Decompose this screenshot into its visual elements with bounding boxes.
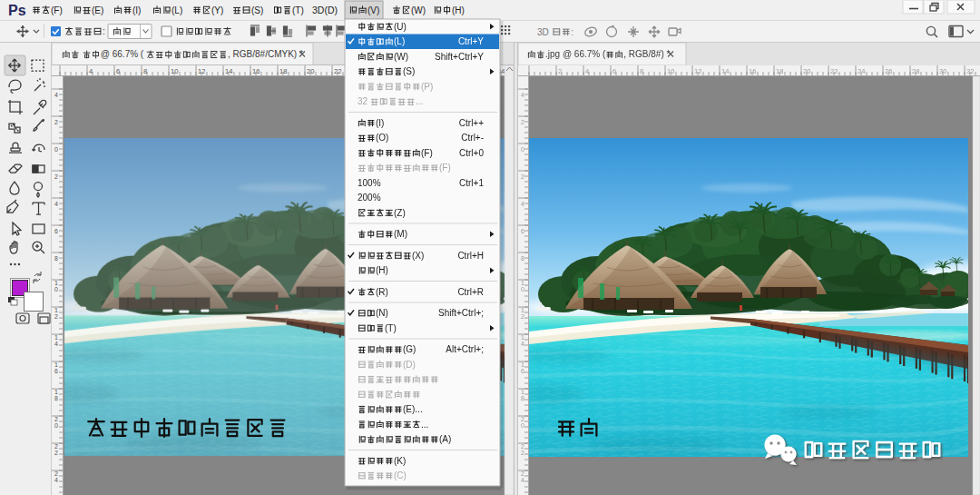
svg-text:18: 18: [776, 67, 783, 75]
svg-text:2: 2: [521, 416, 524, 422]
svg-text:(Y): (Y): [211, 5, 223, 15]
svg-text:Ctrl+H: Ctrl+H: [457, 251, 484, 261]
svg-text:6: 6: [54, 368, 58, 374]
svg-text:Ctrl+1: Ctrl+1: [459, 178, 484, 188]
svg-text:2: 2: [521, 119, 524, 125]
svg-text:(G): (G): [403, 344, 416, 354]
svg-text:2: 2: [521, 443, 524, 450]
svg-text:(W): (W): [411, 5, 426, 15]
svg-text:Ctrl+R: Ctrl+R: [457, 287, 484, 297]
svg-text:0: 0: [54, 422, 58, 429]
svg-text:4: 4: [54, 341, 58, 347]
svg-text:10: 10: [171, 67, 178, 75]
svg-text:2: 2: [558, 67, 562, 75]
svg-text:4: 4: [521, 201, 524, 207]
svg-text:26: 26: [885, 67, 892, 75]
svg-text:18: 18: [279, 67, 287, 75]
svg-text::: :: [571, 27, 573, 37]
svg-text:20: 20: [307, 67, 314, 75]
svg-text:1: 1: [54, 307, 58, 313]
svg-text:(H): (H): [376, 265, 388, 275]
svg-text:...: ...: [416, 96, 423, 106]
svg-text:Alt+Ctrl+;: Alt+Ctrl+;: [446, 344, 484, 354]
svg-text:(Z): (Z): [394, 208, 406, 218]
svg-text:(E): (E): [92, 5, 103, 15]
svg-text:8: 8: [640, 67, 643, 75]
svg-text:2: 2: [54, 173, 58, 180]
svg-text:(X): (X): [412, 251, 424, 261]
svg-text:(N): (N): [376, 308, 388, 318]
svg-text:, RGB/8#) *: , RGB/8#) *: [623, 49, 670, 59]
svg-text:0: 0: [521, 286, 524, 292]
svg-text:(C): (C): [394, 470, 407, 480]
svg-text:6: 6: [612, 67, 616, 75]
svg-text:1: 1: [521, 389, 524, 395]
svg-text:(F): (F): [421, 148, 433, 158]
svg-text:(T): (T): [292, 5, 304, 15]
svg-text:1: 1: [54, 389, 58, 395]
svg-text:4: 4: [89, 67, 93, 75]
svg-text:0: 0: [521, 422, 524, 429]
svg-text:10: 10: [667, 67, 674, 75]
svg-text:(I): (I): [132, 5, 141, 15]
svg-text:(F): (F): [51, 5, 63, 15]
svg-text:6: 6: [521, 368, 524, 374]
svg-text:12: 12: [694, 67, 701, 75]
svg-text:4: 4: [54, 92, 58, 98]
svg-text:1: 1: [54, 280, 58, 286]
svg-text:16: 16: [749, 67, 756, 75]
svg-text:(H): (H): [452, 5, 465, 15]
svg-text:14: 14: [721, 67, 729, 75]
svg-text:(S): (S): [403, 66, 415, 76]
svg-text:6: 6: [54, 228, 58, 234]
svg-text:@ 66.7% (: @ 66.7% (: [101, 49, 144, 59]
svg-text:4: 4: [585, 67, 589, 75]
svg-text:, RGB/8#/CMYK) *: , RGB/8#/CMYK) *: [228, 49, 303, 59]
svg-text:6: 6: [521, 228, 524, 234]
svg-text:(K): (K): [394, 456, 406, 466]
svg-text:4: 4: [521, 92, 524, 98]
svg-text:Ctrl+0: Ctrl+0: [459, 148, 484, 158]
svg-text:1: 1: [521, 280, 524, 286]
svg-text:8: 8: [54, 395, 58, 401]
svg-text:(S): (S): [251, 5, 263, 15]
svg-text:(E)...: (E)...: [403, 404, 423, 414]
svg-text:200%: 200%: [358, 193, 381, 203]
svg-text:(I): (I): [376, 118, 384, 128]
svg-text:2: 2: [521, 450, 524, 456]
svg-text:1: 1: [521, 361, 524, 368]
svg-text:24: 24: [858, 67, 865, 75]
svg-text:8: 8: [143, 67, 147, 75]
svg-text:(L): (L): [172, 5, 182, 15]
svg-text:(F): (F): [439, 163, 451, 173]
svg-text:.jpg @ 66.7% (: .jpg @ 66.7% (: [545, 49, 606, 59]
svg-text:22: 22: [830, 67, 838, 75]
svg-text:Ctrl++: Ctrl++: [459, 118, 484, 128]
svg-text:1: 1: [54, 334, 58, 341]
svg-text:6: 6: [116, 67, 120, 75]
svg-text:16: 16: [252, 67, 260, 75]
svg-text:Ctrl+Y: Ctrl+Y: [458, 36, 484, 46]
svg-text:4: 4: [54, 201, 58, 207]
svg-text:4: 4: [521, 341, 524, 347]
svg-text:...: ...: [421, 420, 428, 430]
svg-text:1: 1: [521, 307, 524, 313]
svg-text:2: 2: [54, 450, 58, 456]
svg-text::: :: [103, 26, 105, 36]
svg-text:8: 8: [54, 255, 58, 262]
svg-text:1: 1: [54, 361, 58, 368]
svg-text:Ps: Ps: [8, 3, 26, 18]
svg-text:(L): (L): [394, 36, 405, 46]
svg-text:(W): (W): [394, 52, 408, 62]
svg-text:28: 28: [912, 67, 919, 75]
svg-text:30: 30: [939, 67, 946, 75]
svg-text:20: 20: [803, 67, 810, 75]
svg-text:0: 0: [521, 146, 524, 153]
svg-text:2: 2: [521, 470, 524, 477]
svg-text:32: 32: [358, 96, 368, 106]
svg-text:2: 2: [54, 470, 58, 477]
svg-text:(R): (R): [376, 287, 388, 297]
svg-text:2: 2: [54, 119, 58, 125]
svg-text:(D): (D): [403, 360, 416, 370]
svg-text:3D: 3D: [537, 27, 549, 37]
